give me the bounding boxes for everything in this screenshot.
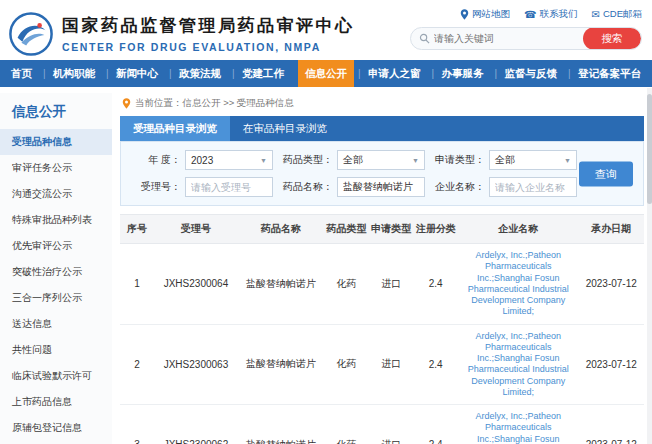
page: 国家药品监督管理局药品审评中心 CENTER FOR DRUG EVALUATI… xyxy=(0,0,652,444)
results-table: 序号受理号药品名称药品类型申请类型注册分类企业名称承办日期 1 JXHS2300… xyxy=(120,214,644,444)
header-right: 网站地图 ☎ 联系我们 ✉ CDE邮箱 搜索 xyxy=(410,7,642,60)
cell-drug-type: 化药 xyxy=(324,405,369,444)
nav-item[interactable]: 登记备案平台 xyxy=(571,60,648,87)
quick-link-label: 联系我们 xyxy=(540,8,578,21)
sidebar-item[interactable]: 共性问题 xyxy=(0,337,112,363)
cell-date: 2023-07-12 xyxy=(578,405,644,444)
table-header: 承办日期 xyxy=(578,215,644,244)
sidebar-item[interactable]: 三合一序列公示 xyxy=(0,285,112,311)
site-search-input[interactable] xyxy=(434,33,583,44)
nmpa-logo-icon xyxy=(8,11,54,57)
cell-drug-name: 盐酸替纳帕诺片 xyxy=(238,324,324,405)
sidebar-item-label: 原辅包登记信息 xyxy=(12,422,82,433)
content: 信息公开 受理品种信息 审评任务公示 沟通交流公示 特殊审批品种列表 优先审评公… xyxy=(0,87,652,444)
drug-type-field: 药品类型： 全部 ▼ xyxy=(281,150,425,170)
acceptance-no-field: 受理号： xyxy=(129,177,273,197)
acceptance-no-input[interactable] xyxy=(185,177,273,197)
cell-acceptance-no: JXHS2300063 xyxy=(154,324,238,405)
nav-item-label: 监督与反馈 xyxy=(505,67,558,81)
tab[interactable]: 在审品种目录浏览 xyxy=(230,116,340,141)
cell-drug-type: 化药 xyxy=(324,244,369,325)
cell-company-link[interactable]: Ardelyx, Inc.;Patheon Pharmaceuticals In… xyxy=(458,244,579,325)
tab-label: 受理品种目录浏览 xyxy=(133,122,217,136)
year-select[interactable]: 2023 ▼ xyxy=(185,150,273,170)
sidebar-item[interactable]: 上市药品信息 xyxy=(0,389,112,415)
sidebar-item[interactable]: 特殊审批品种列表 xyxy=(0,207,112,233)
nav-item-label: 办事服务 xyxy=(442,67,484,81)
nav-item[interactable]: 机构职能 xyxy=(46,60,102,87)
quick-links: 网站地图 ☎ 联系我们 ✉ CDE邮箱 xyxy=(460,8,642,21)
table-header: 序号 xyxy=(120,215,154,244)
site-title: 国家药品监督管理局药品审评中心 xyxy=(62,14,355,37)
tab-bar: 受理品种目录浏览 在审品种目录浏览 xyxy=(120,116,644,141)
nav-item[interactable]: 申请人之窗 xyxy=(361,60,428,87)
sidebar-item-label: 受理品种信息 xyxy=(12,136,72,147)
sidebar-list: 受理品种信息 审评任务公示 沟通交流公示 特殊审批品种列表 优先审评公示 突破性… xyxy=(0,129,112,444)
site-search-button[interactable]: 搜索 xyxy=(583,27,641,50)
table-header: 受理号 xyxy=(154,215,238,244)
site-header: 国家药品监督管理局药品审评中心 CENTER FOR DRUG EVALUATI… xyxy=(0,0,652,60)
table-row: 2 JXHS2300063 盐酸替纳帕诺片 化药 进口 2.4 Ardelyx,… xyxy=(120,324,644,405)
quick-link-sitemap[interactable]: 网站地图 xyxy=(460,8,510,21)
table-header: 药品名称 xyxy=(238,215,324,244)
table-header: 药品类型 xyxy=(324,215,369,244)
quick-link-label: CDE邮箱 xyxy=(603,8,642,21)
cell-company-link[interactable]: Ardelyx, Inc.;Patheon Pharmaceuticals In… xyxy=(458,405,579,444)
sidebar-item-label: 共性问题 xyxy=(12,344,52,355)
mail-icon: ✉ xyxy=(592,10,600,20)
filter-row-1: 年 度： 2023 ▼ 药品类型： 全部 ▼ 申 xyxy=(129,150,573,170)
company-name-input[interactable] xyxy=(489,177,577,197)
quick-link-contact[interactable]: ☎ 联系我们 xyxy=(524,8,577,21)
nav-item[interactable]: 新闻中心 xyxy=(109,60,165,87)
nav-item[interactable]: 监督与反馈 xyxy=(498,60,565,87)
sidebar-item-label: 送达信息 xyxy=(12,318,52,329)
scrollbar[interactable] xyxy=(647,88,652,444)
apply-type-field: 申请类型： 全部 ▼ xyxy=(433,150,577,170)
sidebar-item[interactable]: 突破性治疗公示 xyxy=(0,259,112,285)
cell-date: 2023-07-12 xyxy=(578,324,644,405)
sidebar-item[interactable]: 临床试验默示许可 xyxy=(0,363,112,389)
drug-type-select[interactable]: 全部 ▼ xyxy=(337,150,425,170)
drug-type-label: 药品类型： xyxy=(281,153,333,167)
apply-type-label: 申请类型： xyxy=(433,153,485,167)
nav-item-label: 首页 xyxy=(11,67,32,81)
sidebar-item[interactable]: 原辅包登记信息 xyxy=(0,415,112,441)
cell-index: 2 xyxy=(120,324,154,405)
nav-item[interactable]: 党建工作 xyxy=(235,60,291,87)
cell-apply-type: 进口 xyxy=(369,405,414,444)
nav-item[interactable]: 办事服务 xyxy=(435,60,491,87)
site-subtitle: CENTER FOR DRUG EVALUATION, NMPA xyxy=(62,41,355,53)
table-body: 1 JXHS2300064 盐酸替纳帕诺片 化药 进口 2.4 Ardelyx,… xyxy=(120,244,644,444)
search-icon xyxy=(419,33,430,44)
phone-icon: ☎ xyxy=(524,10,536,20)
sidebar-item[interactable]: 受理品种信息 xyxy=(0,129,112,155)
nav-item[interactable]: 首页 xyxy=(4,60,39,87)
nav-item-label: 政策法规 xyxy=(179,67,221,81)
sidebar-item-label: 沟通交流公示 xyxy=(12,188,72,199)
sidebar-item[interactable]: 优先审评公示 xyxy=(0,233,112,259)
drug-name-label: 药品名称： xyxy=(281,180,333,194)
sidebar-item[interactable]: 审评任务公示 xyxy=(0,155,112,181)
tab-label: 在审品种目录浏览 xyxy=(243,122,327,136)
tab[interactable]: 受理品种目录浏览 xyxy=(120,116,230,141)
year-field: 年 度： 2023 ▼ xyxy=(129,150,273,170)
sidebar: 信息公开 受理品种信息 审评任务公示 沟通交流公示 特殊审批品种列表 优先审评公… xyxy=(0,93,112,444)
sidebar-item[interactable]: 沟通交流公示 xyxy=(0,181,112,207)
sidebar-item[interactable]: 送达信息 xyxy=(0,311,112,337)
brand: 国家药品监督管理局药品审评中心 CENTER FOR DRUG EVALUATI… xyxy=(8,7,355,60)
sidebar-item-label: 特殊审批品种列表 xyxy=(12,214,92,225)
quick-link-mail[interactable]: ✉ CDE邮箱 xyxy=(592,8,642,21)
scrollbar-thumb[interactable] xyxy=(647,94,652,204)
table-row: 1 JXHS2300064 盐酸替纳帕诺片 化药 进口 2.4 Ardelyx,… xyxy=(120,244,644,325)
nav-item[interactable]: 政策法规 xyxy=(172,60,228,87)
cell-drug-name: 盐酸替纳帕诺片 xyxy=(238,244,324,325)
cell-reg-class: 2.4 xyxy=(413,244,458,325)
map-pin-icon xyxy=(460,9,469,20)
cell-company-link[interactable]: Ardelyx, Inc.;Patheon Pharmaceuticals In… xyxy=(458,324,579,405)
apply-type-select[interactable]: 全部 ▼ xyxy=(489,150,577,170)
table-header: 申请类型 xyxy=(369,215,414,244)
drug-name-input[interactable] xyxy=(337,177,425,197)
cell-acceptance-no: JXHS2300064 xyxy=(154,244,238,325)
query-button[interactable]: 查询 xyxy=(579,161,633,186)
nav-item[interactable]: 信息公开 xyxy=(298,60,354,87)
